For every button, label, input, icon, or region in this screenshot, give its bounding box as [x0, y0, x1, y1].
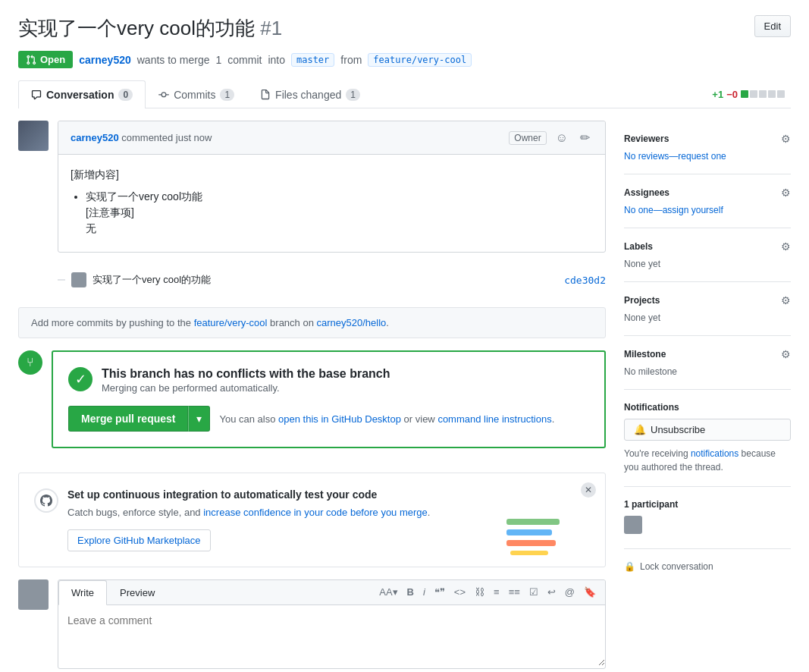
open-badge: Open: [18, 51, 73, 68]
tab-files-changed[interactable]: Files changed 1: [247, 80, 373, 108]
bookmark-tool[interactable]: 🔖: [581, 585, 599, 599]
tabs-bar: Conversation 0 Commits 1 Files changed 1…: [18, 80, 791, 108]
quote-tool[interactable]: ❝❞: [431, 585, 448, 599]
request-review-link[interactable]: No reviews—request one: [624, 151, 726, 162]
target-branch[interactable]: master: [291, 53, 334, 67]
diff-bar-4: [768, 90, 776, 98]
pr-title-row: 实现了一个very cool的功能 #1 Edit: [18, 15, 791, 42]
milestone-gear[interactable]: ⚙: [781, 348, 791, 360]
unordered-list-tool[interactable]: ≡: [491, 585, 503, 599]
merge-no-conflict-title: This branch has no conflicts with the ba…: [102, 367, 390, 381]
from-text: from: [340, 54, 362, 66]
diff-bars: [741, 90, 785, 98]
pr-author: carney520: [79, 54, 131, 66]
svg-rect-3: [510, 551, 548, 555]
conversation-count: 0: [118, 89, 133, 101]
ci-dismiss-button[interactable]: ✕: [581, 482, 596, 498]
link-tool[interactable]: ⛓: [472, 585, 488, 599]
diff-bar-5: [777, 90, 785, 98]
add-commits-repo[interactable]: carney520/hello: [317, 317, 387, 328]
projects-gear[interactable]: ⚙: [781, 294, 791, 306]
comment-content: carney520 commented just now Owner ☺ ✏ […: [58, 121, 606, 307]
diff-bar-2: [750, 90, 757, 98]
edit-button[interactable]: Edit: [754, 15, 791, 37]
participants-list: [624, 516, 791, 536]
owner-badge: Owner: [509, 131, 546, 145]
write-tab[interactable]: Write: [58, 580, 107, 605]
reply-tool[interactable]: ↩: [544, 585, 559, 599]
code-tool[interactable]: <>: [451, 585, 469, 599]
commit-message: 实现了一个very cool的功能: [93, 273, 211, 287]
participant-avatar-1: [624, 516, 642, 534]
files-changed-count: 1: [346, 89, 360, 101]
ci-illustration: [506, 511, 567, 559]
reviewers-title: Reviewers: [624, 133, 669, 144]
explore-marketplace-button[interactable]: Explore GitHub Marketplace: [67, 529, 211, 551]
diff-stat: +1 −0: [712, 89, 791, 100]
comment-textarea[interactable]: [58, 605, 605, 666]
ci-svg-icon: [40, 495, 52, 507]
conversation-icon: [31, 89, 42, 100]
labels-title: Labels: [624, 241, 653, 252]
merge-no-conflict-sub: Merging can be performed automatically.: [102, 382, 390, 394]
svg-rect-2: [506, 540, 556, 546]
merge-check-icon: ✓: [68, 367, 93, 391]
sidebar-column: Reviewers ⚙ No reviews—request one Assig…: [624, 121, 791, 669]
github-desktop-link[interactable]: open this in GitHub Desktop: [278, 413, 401, 425]
assign-yourself-link[interactable]: No one—assign yourself: [624, 205, 723, 215]
notes-label: [注意事项]: [86, 206, 134, 218]
conversation-column: carney520 commented just now Owner ☺ ✏ […: [18, 121, 606, 669]
edit-comment-button[interactable]: ✏: [577, 129, 593, 146]
commits-count: 1: [220, 89, 234, 101]
notes-value: 无: [86, 222, 96, 234]
task-list-tool[interactable]: ☑: [526, 585, 541, 599]
comment-header: carney520 commented just now Owner ☺ ✏: [58, 121, 605, 155]
tab-commits[interactable]: Commits 1: [146, 80, 247, 108]
preview-tab[interactable]: Preview: [107, 580, 168, 605]
assignees-gear[interactable]: ⚙: [781, 187, 791, 199]
italic-tool[interactable]: i: [420, 585, 428, 599]
assignees-header: Assignees ⚙: [624, 187, 791, 199]
into-text: into: [268, 54, 285, 66]
commit-sha[interactable]: cde30d2: [564, 275, 606, 286]
projects-section: Projects ⚙ None yet: [624, 282, 791, 336]
ordered-list-tool[interactable]: ≡≡: [506, 585, 523, 599]
labels-gear[interactable]: ⚙: [781, 240, 791, 253]
timeline-left: [18, 121, 49, 307]
assignees-empty: No one—assign yourself: [624, 205, 791, 215]
ci-desc-link[interactable]: increase confidence in your code before …: [203, 507, 428, 518]
git-pr-icon: [26, 55, 36, 65]
comment-list: 实现了一个very cool功能 [注意事项] 无: [86, 189, 593, 237]
reviewers-gear[interactable]: ⚙: [781, 133, 791, 145]
source-branch[interactable]: feature/very-cool: [368, 53, 472, 67]
mention-tool[interactable]: @: [562, 585, 578, 599]
reviewers-header: Reviewers ⚙: [624, 133, 791, 145]
header-tool[interactable]: AA▾: [376, 585, 400, 599]
editor-toolbar: AA▾ B i ❝❞ <> ⛓ ≡ ≡≡ ☑ ↩ @ 🔖: [370, 580, 605, 604]
comment-author[interactable]: carney520: [71, 132, 119, 143]
main-content: carney520 commented just now Owner ☺ ✏ […: [18, 108, 791, 669]
commit-row: 实现了一个very cool的功能 cde30d2: [58, 265, 606, 295]
merge-pull-request-button[interactable]: Merge pull request: [68, 406, 188, 432]
assignees-title: Assignees: [624, 187, 669, 198]
milestone-header: Milestone ⚙: [624, 348, 791, 360]
projects-header: Projects ⚙: [624, 294, 791, 306]
lock-conversation-link[interactable]: 🔒 Lock conversation: [624, 561, 791, 572]
merge-dropdown-button[interactable]: ▾: [188, 406, 210, 432]
comment-item-1: 实现了一个very cool功能 [注意事项] 无: [86, 189, 593, 237]
notif-description: You're receiving notifications because y…: [624, 447, 791, 474]
add-commits-branch[interactable]: feature/very-cool: [194, 317, 268, 328]
pr-title-text: 实现了一个very cool的功能: [18, 17, 255, 39]
emoji-button[interactable]: ☺: [553, 130, 571, 146]
ci-illustration-svg: [506, 511, 567, 557]
commit-author-avatar: [71, 272, 86, 287]
tab-conversation[interactable]: Conversation 0: [18, 80, 146, 108]
diff-bar-1: [741, 90, 748, 98]
unsubscribe-button[interactable]: 🔔 Unsubscribe: [624, 419, 791, 441]
commit-count: 1: [215, 54, 221, 66]
new-content-label: [新增内容]: [71, 167, 593, 183]
bold-tool[interactable]: B: [404, 585, 417, 599]
command-line-link[interactable]: command line instructions: [437, 413, 551, 425]
commit-word: commit: [227, 54, 262, 66]
merge-section-wrap: ⑂ ✓ This branch has no conflicts with th…: [18, 350, 606, 460]
